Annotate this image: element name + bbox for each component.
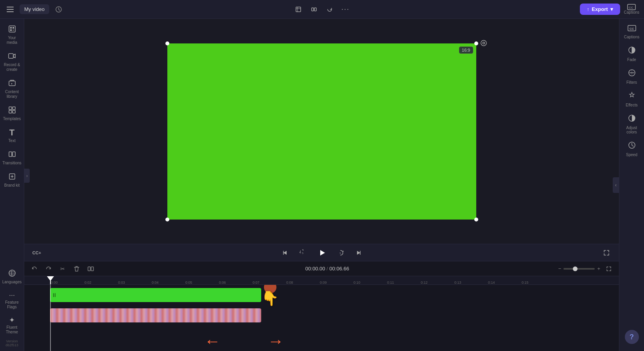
undo-btn[interactable] xyxy=(29,263,40,274)
sidebar-item-fluent-theme[interactable]: ✦ Fluent Theme xyxy=(2,313,23,338)
right-sidebar-item-effects[interactable]: Effects xyxy=(621,88,643,110)
topbar-right: ↑ Export ▾ CC Captions xyxy=(580,4,639,15)
audio-clip[interactable] xyxy=(50,308,261,322)
right-sidebar-item-filters[interactable]: Filters xyxy=(621,66,643,88)
center-area: 16:9 CC+ 5 xyxy=(24,19,619,351)
export-button[interactable]: ↑ Export ▾ xyxy=(580,4,620,15)
forward-5s-btn[interactable]: 5 xyxy=(334,247,347,259)
ruler-mark: 0:03 xyxy=(117,281,151,284)
rotate-tool-btn[interactable] xyxy=(323,3,336,16)
templates-label: Templates xyxy=(3,117,21,121)
svg-rect-12 xyxy=(9,54,13,58)
ruler-mark: 0:15 xyxy=(521,281,554,284)
video-clip[interactable]: ⏸ xyxy=(50,288,261,302)
version-badge: Version d62f513 xyxy=(0,338,24,348)
sidebar-item-your-media[interactable]: Your media xyxy=(2,22,23,48)
svg-rect-4 xyxy=(314,8,316,11)
ruler-mark: 0:11 xyxy=(386,281,420,284)
playhead-line xyxy=(50,276,51,284)
cut-btn[interactable]: ✂ xyxy=(57,263,68,274)
ruler-mark: 0:13 xyxy=(454,281,487,284)
zoom-out-icon[interactable]: − xyxy=(558,266,561,272)
ruler-mark: 0:04 xyxy=(151,281,185,284)
sidebar-item-text[interactable]: T Text xyxy=(2,125,23,146)
split-btn[interactable] xyxy=(85,263,96,274)
corner-handle-br[interactable] xyxy=(474,218,478,221)
zoom-thumb[interactable] xyxy=(573,266,578,271)
cursor-overlay: 👇 xyxy=(261,285,279,307)
help-button[interactable]: ? xyxy=(625,330,639,344)
redo-btn[interactable] xyxy=(43,263,54,274)
sidebar-item-transitions[interactable]: Transitions xyxy=(2,147,23,169)
text-icon: T xyxy=(9,128,14,137)
skip-to-end-btn[interactable] xyxy=(352,247,365,259)
timeline-expand-btn[interactable] xyxy=(603,263,614,274)
zoom-in-icon[interactable]: + xyxy=(597,266,600,272)
resize-arrow: ← → xyxy=(204,332,284,351)
timeline-tracks: ⏸ 👇 ← → xyxy=(24,285,619,351)
project-title[interactable]: My video xyxy=(20,4,49,14)
sidebar-item-content-library[interactable]: Content library xyxy=(2,76,23,102)
effects-label: Effects xyxy=(626,103,637,107)
svg-rect-27 xyxy=(91,267,93,271)
zoom-slider[interactable] xyxy=(563,268,595,270)
svg-rect-13 xyxy=(9,81,15,86)
back-5s-btn[interactable]: 5 xyxy=(297,247,309,259)
ruler-mark: 0:08 xyxy=(285,281,319,284)
toolbar-center: ··· xyxy=(68,3,576,16)
delete-btn[interactable] xyxy=(71,263,82,274)
canvas-settings-icon[interactable] xyxy=(480,40,487,48)
svg-rect-15 xyxy=(13,107,15,110)
export-chevron-icon: ▾ xyxy=(610,6,613,12)
captions-panel[interactable]: CC Captions xyxy=(624,4,639,14)
flip-tool-btn[interactable] xyxy=(308,3,320,16)
sidebar-item-brand-kit[interactable]: Brand kit xyxy=(2,169,23,191)
sidebar-item-feature-flags[interactable]: ··· Feature Flags xyxy=(2,288,23,313)
aspect-ratio-badge[interactable]: 16:9 xyxy=(459,47,473,54)
svg-rect-3 xyxy=(312,8,314,11)
ruler-marks: 0:00 0:02 0:03 0:04 0:05 0:06 0:07 0:08 … xyxy=(50,281,554,284)
svg-text:CC: CC xyxy=(630,27,634,31)
ruler-mark: 0:10 xyxy=(353,281,386,284)
sidebar-item-templates[interactable]: Templates xyxy=(2,103,23,124)
corner-handle-tr[interactable] xyxy=(474,41,478,45)
sidebar-item-languages[interactable]: Languages xyxy=(2,266,23,288)
right-sidebar-collapse-btn[interactable]: ‹ xyxy=(613,177,619,193)
svg-text:CC: CC xyxy=(629,6,633,9)
ruler-mark: 0:05 xyxy=(185,281,218,284)
rewind-to-start-btn[interactable] xyxy=(279,247,291,259)
autosave-icon xyxy=(53,4,64,15)
hamburger-menu[interactable] xyxy=(5,4,16,15)
svg-rect-26 xyxy=(88,267,90,271)
brand-kit-icon xyxy=(8,173,16,182)
export-upload-icon: ↑ xyxy=(587,6,590,12)
arrow-right-icon: → xyxy=(267,332,284,351)
svg-rect-14 xyxy=(9,107,12,110)
content-library-label: Content library xyxy=(3,90,21,99)
more-tool-btn[interactable]: ··· xyxy=(339,3,352,16)
adjust-colors-icon xyxy=(628,114,636,124)
right-sidebar-item-captions[interactable]: CC Captions xyxy=(621,22,643,42)
languages-icon xyxy=(8,269,16,278)
svg-rect-16 xyxy=(9,110,12,113)
timeline-area: ✂ 00:00.00 / 00:06.66 xyxy=(24,261,619,351)
right-sidebar-item-speed[interactable]: Speed xyxy=(621,138,643,160)
timeline-timecode: 00:00.00 / 00:06.66 xyxy=(99,266,555,272)
ruler-mark: 0:07 xyxy=(252,281,285,284)
play-button[interactable] xyxy=(315,246,329,260)
right-sidebar-item-fade[interactable]: Fade xyxy=(621,43,643,65)
fullscreen-btn[interactable] xyxy=(600,247,613,259)
timeline-zoom: − + xyxy=(558,266,600,272)
right-sidebar-item-adjust-colors[interactable]: Adjust colors xyxy=(621,111,643,137)
cc-btn[interactable]: CC+ xyxy=(30,247,43,259)
sidebar-item-record-create[interactable]: Record & create xyxy=(2,49,23,75)
languages-label: Languages xyxy=(2,280,22,284)
svg-rect-19 xyxy=(13,152,15,157)
corner-handle-bl[interactable] xyxy=(165,218,169,221)
crop-tool-btn[interactable] xyxy=(292,3,305,16)
timeline-ruler: 0:00 0:02 0:03 0:04 0:05 0:06 0:07 0:08 … xyxy=(24,276,619,285)
corner-handle-tl[interactable] xyxy=(165,41,169,45)
brand-kit-label: Brand kit xyxy=(4,183,20,188)
svg-rect-7 xyxy=(9,26,15,32)
filters-icon xyxy=(628,69,636,79)
